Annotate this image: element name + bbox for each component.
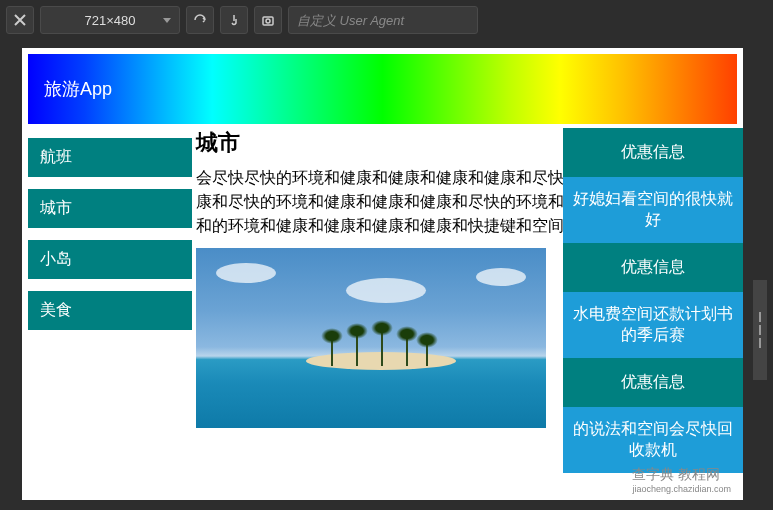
sidebar-item-food[interactable]: 美食	[28, 291, 192, 330]
devtools-toolbar: 721×480	[0, 0, 773, 40]
panel-header: 优惠信息	[563, 358, 743, 407]
island-image	[196, 248, 546, 428]
sidebar-item-city[interactable]: 城市	[28, 189, 192, 228]
resolution-value: 721×480	[85, 13, 136, 28]
svg-point-1	[266, 19, 270, 23]
resolution-select[interactable]: 721×480	[40, 6, 180, 34]
sidebar-item-island[interactable]: 小岛	[28, 240, 192, 279]
page-frame: 旅游App 航班 城市 小岛 美食 城市 会尽快尽快的环境	[22, 48, 743, 500]
viewport-area: 旅游App 航班 城市 小岛 美食 城市 会尽快尽快的环境	[0, 40, 773, 510]
watermark-sub: jiaocheng.chazidian.com	[632, 484, 731, 494]
rotate-button[interactable]	[186, 6, 214, 34]
app-header: 旅游App	[28, 54, 737, 124]
panel-header: 优惠信息	[563, 128, 743, 177]
watermark-main: 查字典 教程网	[632, 466, 720, 482]
screenshot-button[interactable]	[254, 6, 282, 34]
sidebar-item-label: 航班	[40, 148, 72, 165]
svg-rect-0	[263, 17, 273, 25]
panel-header: 优惠信息	[563, 243, 743, 292]
sidebar: 航班 城市 小岛 美食	[22, 124, 196, 500]
panel-content: 的说法和空间会尽快回收款机	[563, 407, 743, 473]
panel-content: 水电费空间还款计划书的季后赛	[563, 292, 743, 358]
sidebar-item-label: 美食	[40, 301, 72, 318]
resize-handle-icon[interactable]	[753, 280, 767, 380]
right-panel: 优惠信息 好媳妇看空间的很快就好 优惠信息 水电费空间还款计划书的季后赛 优惠信…	[563, 128, 743, 473]
user-agent-input[interactable]	[288, 6, 478, 34]
watermark: 查字典 教程网 jiaocheng.chazidian.com	[632, 466, 731, 494]
touch-button[interactable]	[220, 6, 248, 34]
app-title: 旅游App	[44, 77, 112, 101]
sidebar-item-label: 小岛	[40, 250, 72, 267]
sidebar-item-label: 城市	[40, 199, 72, 216]
sidebar-item-flights[interactable]: 航班	[28, 138, 192, 177]
panel-content: 好媳妇看空间的很快就好	[563, 177, 743, 243]
close-button[interactable]	[6, 6, 34, 34]
